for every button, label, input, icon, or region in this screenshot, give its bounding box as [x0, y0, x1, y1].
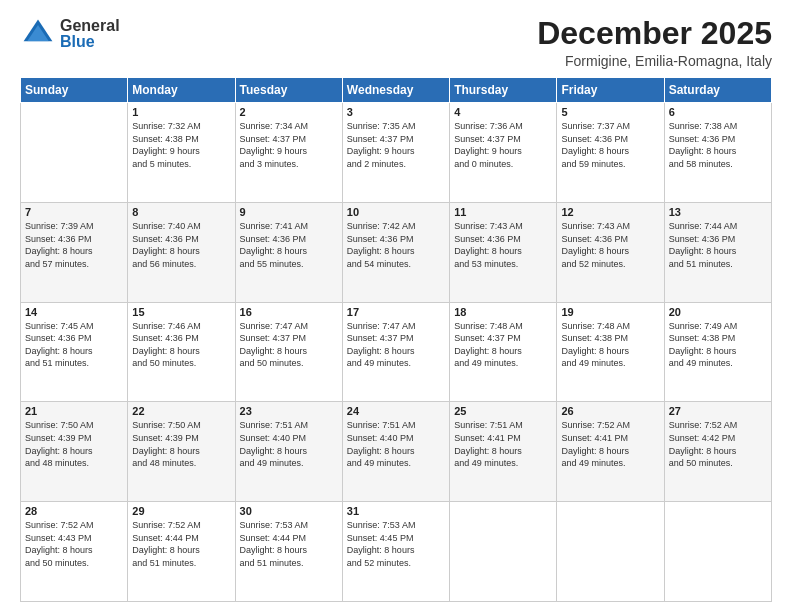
- calendar-cell: 10Sunrise: 7:42 AMSunset: 4:36 PMDayligh…: [342, 202, 449, 302]
- logo-general-text: General: [60, 18, 120, 34]
- day-info: Sunrise: 7:35 AMSunset: 4:37 PMDaylight:…: [347, 120, 445, 170]
- day-info: Sunrise: 7:46 AMSunset: 4:36 PMDaylight:…: [132, 320, 230, 370]
- calendar-cell: 4Sunrise: 7:36 AMSunset: 4:37 PMDaylight…: [450, 103, 557, 203]
- day-info: Sunrise: 7:52 AMSunset: 4:43 PMDaylight:…: [25, 519, 123, 569]
- calendar-cell: [557, 502, 664, 602]
- calendar-cell: 21Sunrise: 7:50 AMSunset: 4:39 PMDayligh…: [21, 402, 128, 502]
- calendar-cell: [21, 103, 128, 203]
- day-number: 6: [669, 106, 767, 118]
- day-info: Sunrise: 7:43 AMSunset: 4:36 PMDaylight:…: [561, 220, 659, 270]
- day-info: Sunrise: 7:53 AMSunset: 4:44 PMDaylight:…: [240, 519, 338, 569]
- day-info: Sunrise: 7:40 AMSunset: 4:36 PMDaylight:…: [132, 220, 230, 270]
- day-number: 25: [454, 405, 552, 417]
- calendar-header-monday: Monday: [128, 78, 235, 103]
- day-info: Sunrise: 7:52 AMSunset: 4:41 PMDaylight:…: [561, 419, 659, 469]
- calendar-cell: 20Sunrise: 7:49 AMSunset: 4:38 PMDayligh…: [664, 302, 771, 402]
- calendar-table: SundayMondayTuesdayWednesdayThursdayFrid…: [20, 77, 772, 602]
- calendar-cell: 30Sunrise: 7:53 AMSunset: 4:44 PMDayligh…: [235, 502, 342, 602]
- calendar-cell: 3Sunrise: 7:35 AMSunset: 4:37 PMDaylight…: [342, 103, 449, 203]
- day-info: Sunrise: 7:50 AMSunset: 4:39 PMDaylight:…: [25, 419, 123, 469]
- calendar-cell: 2Sunrise: 7:34 AMSunset: 4:37 PMDaylight…: [235, 103, 342, 203]
- day-info: Sunrise: 7:51 AMSunset: 4:41 PMDaylight:…: [454, 419, 552, 469]
- calendar-header-wednesday: Wednesday: [342, 78, 449, 103]
- calendar-header-sunday: Sunday: [21, 78, 128, 103]
- calendar-cell: 5Sunrise: 7:37 AMSunset: 4:36 PMDaylight…: [557, 103, 664, 203]
- calendar-cell: 28Sunrise: 7:52 AMSunset: 4:43 PMDayligh…: [21, 502, 128, 602]
- day-info: Sunrise: 7:39 AMSunset: 4:36 PMDaylight:…: [25, 220, 123, 270]
- day-info: Sunrise: 7:49 AMSunset: 4:38 PMDaylight:…: [669, 320, 767, 370]
- day-number: 19: [561, 306, 659, 318]
- title-section: December 2025 Formigine, Emilia-Romagna,…: [537, 16, 772, 69]
- calendar-header-saturday: Saturday: [664, 78, 771, 103]
- day-info: Sunrise: 7:38 AMSunset: 4:36 PMDaylight:…: [669, 120, 767, 170]
- logo-blue-text: Blue: [60, 34, 120, 50]
- day-info: Sunrise: 7:37 AMSunset: 4:36 PMDaylight:…: [561, 120, 659, 170]
- calendar-week-row: 28Sunrise: 7:52 AMSunset: 4:43 PMDayligh…: [21, 502, 772, 602]
- calendar-cell: 16Sunrise: 7:47 AMSunset: 4:37 PMDayligh…: [235, 302, 342, 402]
- calendar-cell: 24Sunrise: 7:51 AMSunset: 4:40 PMDayligh…: [342, 402, 449, 502]
- calendar-cell: 11Sunrise: 7:43 AMSunset: 4:36 PMDayligh…: [450, 202, 557, 302]
- day-info: Sunrise: 7:42 AMSunset: 4:36 PMDaylight:…: [347, 220, 445, 270]
- calendar-header-tuesday: Tuesday: [235, 78, 342, 103]
- day-number: 18: [454, 306, 552, 318]
- calendar-header-row: SundayMondayTuesdayWednesdayThursdayFrid…: [21, 78, 772, 103]
- calendar-week-row: 1Sunrise: 7:32 AMSunset: 4:38 PMDaylight…: [21, 103, 772, 203]
- day-number: 16: [240, 306, 338, 318]
- calendar-cell: 26Sunrise: 7:52 AMSunset: 4:41 PMDayligh…: [557, 402, 664, 502]
- day-number: 27: [669, 405, 767, 417]
- day-number: 7: [25, 206, 123, 218]
- calendar-week-row: 7Sunrise: 7:39 AMSunset: 4:36 PMDaylight…: [21, 202, 772, 302]
- day-number: 5: [561, 106, 659, 118]
- calendar-cell: 31Sunrise: 7:53 AMSunset: 4:45 PMDayligh…: [342, 502, 449, 602]
- day-number: 23: [240, 405, 338, 417]
- day-number: 21: [25, 405, 123, 417]
- calendar-cell: 29Sunrise: 7:52 AMSunset: 4:44 PMDayligh…: [128, 502, 235, 602]
- day-info: Sunrise: 7:48 AMSunset: 4:38 PMDaylight:…: [561, 320, 659, 370]
- calendar-cell: [450, 502, 557, 602]
- day-info: Sunrise: 7:50 AMSunset: 4:39 PMDaylight:…: [132, 419, 230, 469]
- day-number: 4: [454, 106, 552, 118]
- calendar-week-row: 14Sunrise: 7:45 AMSunset: 4:36 PMDayligh…: [21, 302, 772, 402]
- calendar-cell: 6Sunrise: 7:38 AMSunset: 4:36 PMDaylight…: [664, 103, 771, 203]
- day-info: Sunrise: 7:47 AMSunset: 4:37 PMDaylight:…: [240, 320, 338, 370]
- day-info: Sunrise: 7:43 AMSunset: 4:36 PMDaylight:…: [454, 220, 552, 270]
- day-info: Sunrise: 7:52 AMSunset: 4:44 PMDaylight:…: [132, 519, 230, 569]
- day-number: 8: [132, 206, 230, 218]
- day-number: 24: [347, 405, 445, 417]
- day-number: 9: [240, 206, 338, 218]
- day-info: Sunrise: 7:47 AMSunset: 4:37 PMDaylight:…: [347, 320, 445, 370]
- day-info: Sunrise: 7:32 AMSunset: 4:38 PMDaylight:…: [132, 120, 230, 170]
- day-info: Sunrise: 7:52 AMSunset: 4:42 PMDaylight:…: [669, 419, 767, 469]
- header: General Blue December 2025 Formigine, Em…: [20, 16, 772, 69]
- day-info: Sunrise: 7:51 AMSunset: 4:40 PMDaylight:…: [347, 419, 445, 469]
- day-info: Sunrise: 7:48 AMSunset: 4:37 PMDaylight:…: [454, 320, 552, 370]
- day-number: 17: [347, 306, 445, 318]
- day-number: 26: [561, 405, 659, 417]
- logo-icon: [20, 16, 56, 52]
- calendar-cell: 1Sunrise: 7:32 AMSunset: 4:38 PMDaylight…: [128, 103, 235, 203]
- calendar-cell: 12Sunrise: 7:43 AMSunset: 4:36 PMDayligh…: [557, 202, 664, 302]
- calendar-cell: 25Sunrise: 7:51 AMSunset: 4:41 PMDayligh…: [450, 402, 557, 502]
- day-number: 12: [561, 206, 659, 218]
- calendar-cell: 27Sunrise: 7:52 AMSunset: 4:42 PMDayligh…: [664, 402, 771, 502]
- calendar-cell: 18Sunrise: 7:48 AMSunset: 4:37 PMDayligh…: [450, 302, 557, 402]
- calendar-cell: [664, 502, 771, 602]
- day-number: 20: [669, 306, 767, 318]
- day-info: Sunrise: 7:53 AMSunset: 4:45 PMDaylight:…: [347, 519, 445, 569]
- day-info: Sunrise: 7:45 AMSunset: 4:36 PMDaylight:…: [25, 320, 123, 370]
- calendar-cell: 15Sunrise: 7:46 AMSunset: 4:36 PMDayligh…: [128, 302, 235, 402]
- day-number: 30: [240, 505, 338, 517]
- day-number: 29: [132, 505, 230, 517]
- day-number: 15: [132, 306, 230, 318]
- day-number: 14: [25, 306, 123, 318]
- day-number: 11: [454, 206, 552, 218]
- calendar-cell: 8Sunrise: 7:40 AMSunset: 4:36 PMDaylight…: [128, 202, 235, 302]
- page: General Blue December 2025 Formigine, Em…: [0, 0, 792, 612]
- day-info: Sunrise: 7:44 AMSunset: 4:36 PMDaylight:…: [669, 220, 767, 270]
- day-number: 31: [347, 505, 445, 517]
- day-number: 10: [347, 206, 445, 218]
- day-number: 3: [347, 106, 445, 118]
- calendar-cell: 9Sunrise: 7:41 AMSunset: 4:36 PMDaylight…: [235, 202, 342, 302]
- calendar-week-row: 21Sunrise: 7:50 AMSunset: 4:39 PMDayligh…: [21, 402, 772, 502]
- calendar-cell: 19Sunrise: 7:48 AMSunset: 4:38 PMDayligh…: [557, 302, 664, 402]
